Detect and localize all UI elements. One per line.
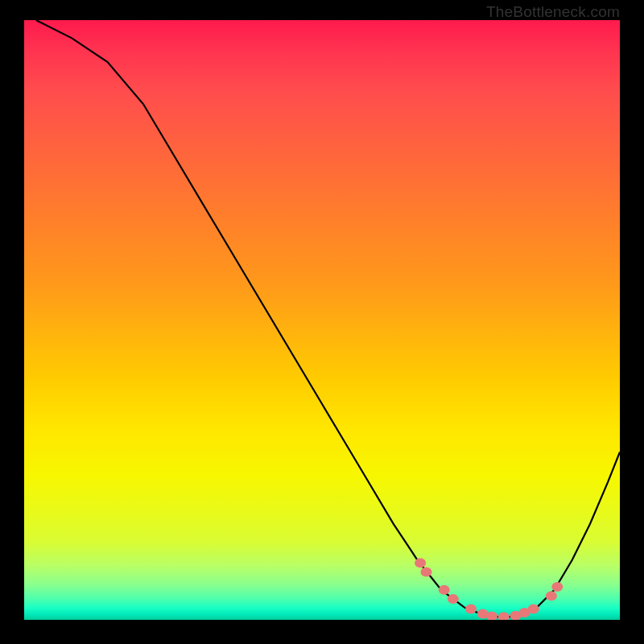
curve-markers [415,558,563,620]
curve-marker [546,591,557,601]
curve-svg [24,20,620,620]
curve-marker [528,605,539,614]
curve-marker [498,612,510,620]
bottleneck-curve [36,20,620,617]
curve-marker [415,558,426,568]
chart-container: TheBottleneck.com [0,0,644,644]
curve-marker [551,582,563,592]
plot-area [24,20,620,620]
curve-marker [465,605,477,614]
curve-marker [439,585,450,595]
curve-marker [448,594,459,604]
watermark-text: TheBottleneck.com [486,3,620,21]
curve-marker [421,567,432,576]
